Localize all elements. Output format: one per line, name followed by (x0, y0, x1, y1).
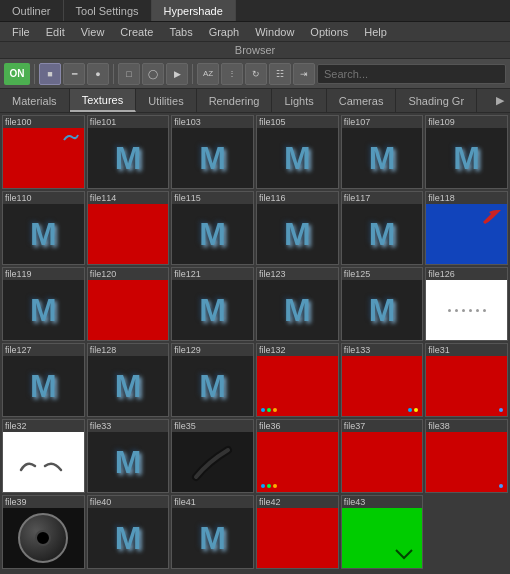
texture-cell[interactable]: file133 (341, 343, 424, 417)
menu-file[interactable]: File (4, 22, 38, 41)
texture-cell[interactable]: file114 (87, 191, 170, 265)
texture-cell[interactable]: file101M (87, 115, 170, 189)
texture-thumbnail (426, 356, 507, 416)
texture-cell[interactable]: file31 (425, 343, 508, 417)
texture-cell[interactable]: file107M (341, 115, 424, 189)
list-view-button[interactable]: ■ (39, 63, 61, 85)
texture-label: file41 (172, 496, 253, 508)
texture-cell[interactable]: file38 (425, 419, 508, 493)
texture-cell[interactable]: file41M (171, 495, 254, 569)
texture-label: file37 (342, 420, 423, 432)
texture-label: file107 (342, 116, 423, 128)
texture-label: file31 (426, 344, 507, 356)
texture-thumbnail (426, 432, 507, 492)
texture-cell[interactable]: file118 (425, 191, 508, 265)
texture-label: file109 (426, 116, 507, 128)
cat-tab-lights[interactable]: Lights (272, 89, 326, 112)
tab-bar: Outliner Tool Settings Hypershade (0, 0, 510, 22)
texture-cell[interactable]: file123M (256, 267, 339, 341)
texture-thumbnail (257, 432, 338, 492)
texture-thumbnail (88, 204, 169, 264)
texture-label: file35 (172, 420, 253, 432)
texture-cell[interactable]: file40M (87, 495, 170, 569)
texture-cell[interactable]: file127M (2, 343, 85, 417)
texture-cell[interactable]: file35 (171, 419, 254, 493)
refresh-button[interactable]: ↻ (245, 63, 267, 85)
texture-thumbnail: M (172, 356, 253, 416)
texture-cell[interactable]: file110M (2, 191, 85, 265)
texture-label: file39 (3, 496, 84, 508)
texture-cell[interactable]: file119M (2, 267, 85, 341)
texture-cell[interactable]: file116M (256, 191, 339, 265)
texture-label: file32 (3, 420, 84, 432)
texture-cell[interactable]: file39 (2, 495, 85, 569)
texture-cell[interactable]: file121M (171, 267, 254, 341)
icon-view-button[interactable]: ━ (63, 63, 85, 85)
texture-label: file120 (88, 268, 169, 280)
texture-thumbnail (426, 204, 507, 264)
menu-graph[interactable]: Graph (201, 22, 248, 41)
texture-cell[interactable]: file36 (256, 419, 339, 493)
texture-cell[interactable]: file32 (2, 419, 85, 493)
texture-cell[interactable]: file105M (256, 115, 339, 189)
texture-cell[interactable]: file103M (171, 115, 254, 189)
sort-button[interactable]: ⋮ (221, 63, 243, 85)
menu-help[interactable]: Help (356, 22, 395, 41)
menu-edit[interactable]: Edit (38, 22, 73, 41)
texture-cell[interactable]: file120 (87, 267, 170, 341)
grid-button[interactable]: ☷ (269, 63, 291, 85)
menu-options[interactable]: Options (302, 22, 356, 41)
tab-tool-settings[interactable]: Tool Settings (64, 0, 152, 21)
cat-tab-cameras[interactable]: Cameras (327, 89, 397, 112)
texture-cell[interactable]: file117M (341, 191, 424, 265)
texture-cell[interactable]: file129M (171, 343, 254, 417)
texture-cell[interactable]: file125M (341, 267, 424, 341)
menu-bar: File Edit View Create Tabs Graph Window … (0, 22, 510, 42)
texture-cell[interactable]: file132 (256, 343, 339, 417)
texture-grid-scroll[interactable]: file100file101Mfile103Mfile105Mfile107Mf… (0, 113, 510, 574)
texture-label: file100 (3, 116, 84, 128)
texture-thumbnail (342, 432, 423, 492)
more-tabs-button[interactable]: ▶ (490, 89, 510, 112)
on-button[interactable]: ON (4, 63, 30, 85)
texture-cell[interactable]: file100 (2, 115, 85, 189)
texture-thumbnail: M (257, 204, 338, 264)
texture-thumbnail: M (257, 128, 338, 188)
tab-hypershade[interactable]: Hypershade (152, 0, 236, 21)
cat-tab-utilities[interactable]: Utilities (136, 89, 196, 112)
circle-button[interactable]: ◯ (142, 63, 164, 85)
border-button[interactable]: □ (118, 63, 140, 85)
cat-tab-materials[interactable]: Materials (0, 89, 70, 112)
texture-cell[interactable]: file43 (341, 495, 424, 569)
menu-tabs[interactable]: Tabs (161, 22, 200, 41)
texture-thumbnail: M (342, 204, 423, 264)
separator-3 (192, 64, 193, 84)
search-input[interactable] (317, 64, 506, 84)
cat-tab-shading-gr[interactable]: Shading Gr (396, 89, 477, 112)
texture-cell[interactable]: file126 (425, 267, 508, 341)
menu-create[interactable]: Create (112, 22, 161, 41)
texture-thumbnail: M (342, 128, 423, 188)
hex-button[interactable]: ▶ (166, 63, 188, 85)
texture-label: file42 (257, 496, 338, 508)
menu-view[interactable]: View (73, 22, 113, 41)
fit-button[interactable]: ⇥ (293, 63, 315, 85)
texture-cell[interactable]: file109M (425, 115, 508, 189)
texture-grid: file100file101Mfile103Mfile105Mfile107Mf… (2, 115, 508, 569)
az-button[interactable]: AZ (197, 63, 219, 85)
texture-cell[interactable]: file115M (171, 191, 254, 265)
texture-thumbnail (257, 356, 338, 416)
texture-cell[interactable]: file37 (341, 419, 424, 493)
texture-cell[interactable]: file128M (87, 343, 170, 417)
texture-thumbnail: M (172, 280, 253, 340)
menu-window[interactable]: Window (247, 22, 302, 41)
cat-tab-textures[interactable]: Textures (70, 89, 137, 112)
cat-tab-rendering[interactable]: Rendering (197, 89, 273, 112)
small-icon-button[interactable]: ● (87, 63, 109, 85)
texture-cell[interactable]: file33M (87, 419, 170, 493)
texture-label: file129 (172, 344, 253, 356)
texture-label: file133 (342, 344, 423, 356)
tab-outliner[interactable]: Outliner (0, 0, 64, 21)
texture-cell[interactable]: file42 (256, 495, 339, 569)
texture-thumbnail: M (3, 356, 84, 416)
